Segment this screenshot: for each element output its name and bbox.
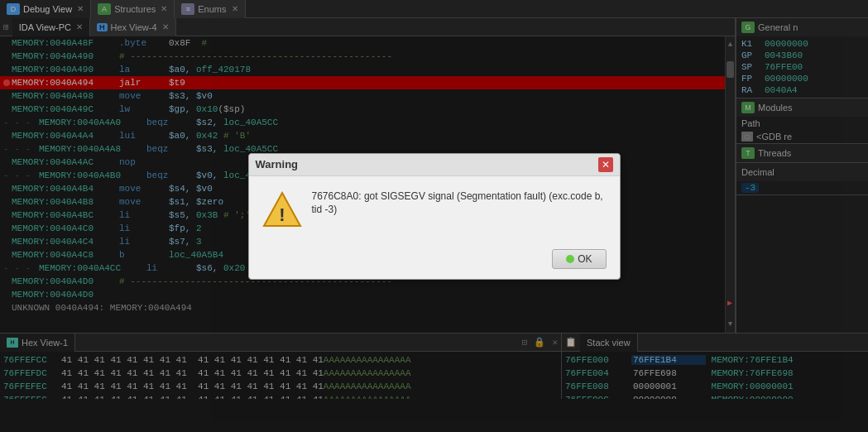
- modal-message: 7676C8A0: got SIGSEGV signal (Segmentati…: [312, 190, 607, 218]
- modal-title-bar: Warning ✕: [249, 154, 620, 176]
- svg-text:!: !: [279, 204, 285, 225]
- modal-title: Warning: [256, 158, 299, 170]
- ok-button[interactable]: OK: [552, 249, 606, 269]
- warning-triangle-icon: !: [262, 190, 302, 229]
- warning-modal: Warning ✕ ! 7676C8A0: got SIGSEGV signal…: [248, 153, 621, 280]
- ok-label: OK: [578, 253, 592, 265]
- ok-dot-icon: [566, 255, 574, 263]
- modal-body: ! 7676C8A0: got SIGSEGV signal (Segmenta…: [249, 176, 620, 242]
- modal-overlay: Warning ✕ ! 7676C8A0: got SIGSEGV signal…: [0, 0, 868, 432]
- modal-footer: OK: [249, 242, 620, 279]
- modal-close-button[interactable]: ✕: [598, 157, 613, 172]
